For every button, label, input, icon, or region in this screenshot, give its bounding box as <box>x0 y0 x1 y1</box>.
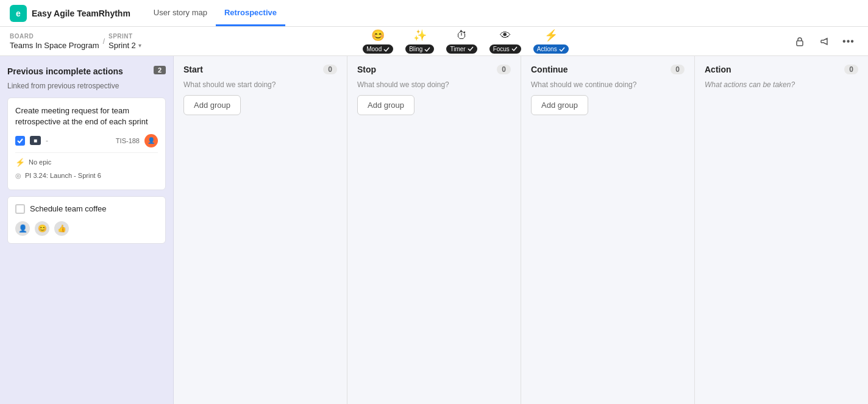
stop-title: Stop <box>357 65 376 74</box>
timer-icon: ⏱ <box>457 29 468 42</box>
toolbar: 😊 Mood ✨ Bling ⏱ Timer 👁 Fo <box>358 26 573 56</box>
top-nav: e Easy Agile TeamRhythm User story map R… <box>0 0 868 27</box>
continue-badge: 0 <box>671 65 685 74</box>
main-content: Previous incomplete actions 2 Linked fro… <box>0 56 868 404</box>
action-title: Action <box>705 65 731 74</box>
toolbar-bling[interactable]: ✨ Bling <box>400 26 439 56</box>
start-add-group-button[interactable]: Add group <box>183 95 241 115</box>
sub-header: BOARD Teams In Space Program / SPRINT Sp… <box>0 27 868 56</box>
column-start: Start 0 What should we start doing? Add … <box>174 56 347 404</box>
continue-body: Add group <box>521 95 694 404</box>
sidebar: Previous incomplete actions 2 Linked fro… <box>0 56 174 404</box>
chevron-down-icon: ▾ <box>138 42 141 49</box>
card-meeting-meta: ■ - TIS-188 👤 <box>15 134 158 147</box>
column-action-header: Action 0 <box>695 56 868 80</box>
pi-label: PI 3.24: Launch - Sprint 6 <box>25 172 101 179</box>
start-badge: 0 <box>323 65 337 74</box>
toolbar-timer[interactable]: ⏱ Timer <box>441 27 482 56</box>
bling-icon: ✨ <box>413 29 427 42</box>
card-tag-dash: - <box>46 136 48 145</box>
card-meeting-request: Create meeting request for team retrospe… <box>7 97 166 190</box>
card-epic: ⚡ No epic <box>15 152 158 169</box>
start-body: Add group <box>174 95 347 404</box>
coffee-checkbox[interactable] <box>15 204 25 214</box>
start-subtitle: What should we start doing? <box>174 80 347 95</box>
toolbar-actions[interactable]: ⚡ Actions <box>528 26 574 56</box>
continue-subtitle: What should we continue doing? <box>521 80 694 95</box>
focus-icon: 👁 <box>500 29 511 42</box>
actions-icon: ⚡ <box>544 29 558 42</box>
action-body <box>695 95 868 404</box>
column-action: Action 0 What actions can be taken? <box>695 56 868 404</box>
pi-icon: ◎ <box>15 172 21 180</box>
lightning-icon: ⚡ <box>15 158 25 167</box>
svg-rect-0 <box>797 41 803 46</box>
toolbar-focus[interactable]: 👁 Focus <box>485 27 526 56</box>
bling-pill: Bling <box>405 44 434 54</box>
person-icon: 👤 <box>15 221 30 236</box>
card2-footer: 👤 😊 👍 <box>15 219 158 236</box>
column-continue-header: Continue 0 <box>521 56 694 80</box>
card2-header: Schedule team coffee <box>15 204 158 214</box>
breadcrumb-separator: / <box>103 37 105 46</box>
lock-button[interactable] <box>790 32 809 51</box>
card-avatar: 👤 <box>144 134 158 147</box>
stop-subtitle: What should we stop doing? <box>347 80 521 95</box>
stop-body: Add group <box>347 95 521 404</box>
nav-links: User story map Retrospective <box>145 1 285 26</box>
app-logo[interactable]: e Easy Agile TeamRhythm <box>10 5 130 22</box>
smiley-icon: 😊 <box>35 221 49 236</box>
actions-pill: Actions <box>533 44 569 54</box>
board-value[interactable]: Teams In Space Program <box>10 41 99 50</box>
card-pi: ◎ PI 3.24: Launch - Sprint 6 <box>15 169 158 182</box>
header-actions: ••• <box>790 32 858 51</box>
continue-add-group-button[interactable]: Add group <box>531 95 588 115</box>
toolbar-mood[interactable]: 😊 Mood <box>358 26 398 56</box>
nav-user-story-map[interactable]: User story map <box>145 1 216 26</box>
focus-pill: Focus <box>489 44 521 54</box>
column-stop: Stop 0 What should we stop doing? Add gr… <box>347 56 521 404</box>
stop-add-group-button[interactable]: Add group <box>357 95 414 115</box>
column-start-header: Start 0 <box>174 56 347 80</box>
continue-title: Continue <box>531 65 568 74</box>
app-name: Easy Agile TeamRhythm <box>32 9 130 18</box>
card-schedule-coffee: Schedule team coffee 👤 😊 👍 <box>7 196 166 244</box>
epic-label: No epic <box>29 158 51 166</box>
breadcrumb: BOARD Teams In Space Program / SPRINT Sp… <box>10 33 141 50</box>
sprint-value[interactable]: Sprint 2 ▾ <box>108 41 141 50</box>
ellipsis-icon: ••• <box>842 36 855 47</box>
timer-pill: Timer <box>446 44 477 54</box>
announce-button[interactable] <box>814 32 834 51</box>
more-options-button[interactable]: ••• <box>839 32 858 51</box>
card-meeting-title: Create meeting request for team retrospe… <box>15 105 158 127</box>
sidebar-subtitle: Linked from previous retrospective <box>7 82 166 90</box>
stop-badge: 0 <box>497 65 511 74</box>
thumbsup-icon: 👍 <box>54 221 69 236</box>
card-tag-dark: ■ <box>30 136 41 145</box>
board-area: Start 0 What should we start doing? Add … <box>174 56 868 404</box>
ticket-id: TIS-188 <box>116 137 140 144</box>
sidebar-badge: 2 <box>154 66 166 74</box>
logo-icon: e <box>10 5 27 22</box>
card-meeting-checkbox[interactable] <box>15 136 25 146</box>
sidebar-header: Previous incomplete actions 2 <box>7 66 166 77</box>
action-subtitle: What actions can be taken? <box>695 80 868 95</box>
start-title: Start <box>183 65 203 74</box>
mood-icon: 😊 <box>371 29 385 42</box>
mood-pill: Mood <box>363 44 393 54</box>
board-label: BOARD <box>10 33 99 40</box>
nav-retrospective[interactable]: Retrospective <box>216 1 285 26</box>
action-badge: 0 <box>844 65 858 74</box>
coffee-title: Schedule team coffee <box>30 204 107 213</box>
sprint-label: SPRINT <box>108 33 141 40</box>
column-stop-header: Stop 0 <box>347 56 521 80</box>
column-continue: Continue 0 What should we continue doing… <box>521 56 695 404</box>
sidebar-title: Previous incomplete actions <box>7 66 123 77</box>
